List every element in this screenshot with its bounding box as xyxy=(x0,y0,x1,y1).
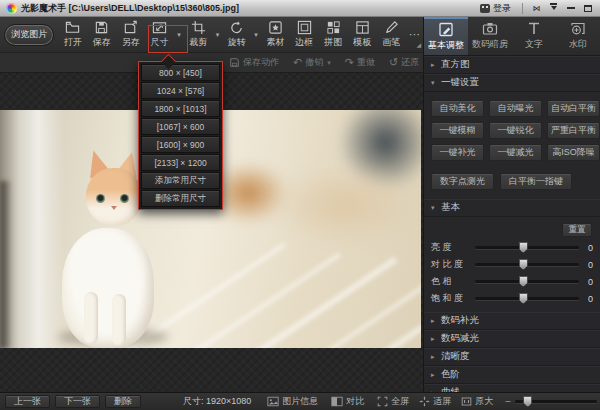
redo-button[interactable]: ↷ 重做 xyxy=(338,56,382,69)
section-digital-fill-light[interactable]: ▸ 数码补光 xyxy=(424,312,600,330)
saturation-value: 0 xyxy=(579,294,593,304)
section-digital-reduce-light[interactable]: ▸ 数码减光 xyxy=(424,330,600,348)
section-curves[interactable]: ▸ 曲线 xyxy=(424,384,600,392)
hue-value: 0 xyxy=(579,277,593,287)
maximize-button[interactable] xyxy=(579,2,596,14)
save-as-button[interactable]: 另存 xyxy=(116,18,145,52)
high-iso-denoise-button[interactable]: 高ISO降噪 xyxy=(547,144,600,161)
delete-common-size-option[interactable]: 删除常用尺寸 xyxy=(141,190,220,207)
auto-exposure-button[interactable]: 自动曝光 xyxy=(489,100,542,117)
compare-button[interactable]: 对比 xyxy=(331,395,364,408)
section-onekey-settings[interactable]: ▾ 一键设置 xyxy=(424,74,600,92)
onekey-wide-row: 数字点测光 白平衡一指键 xyxy=(424,165,600,199)
restore-button[interactable]: ↺ 还原 xyxy=(382,56,426,69)
tab-digital-darkroom[interactable]: 数码暗房 xyxy=(468,17,512,55)
collapsed-arrow-icon: ▸ xyxy=(431,371,441,379)
brightness-slider[interactable] xyxy=(475,246,579,249)
crop-button[interactable]: 裁剪 xyxy=(184,18,213,52)
reset-button[interactable]: 重置 xyxy=(562,223,592,237)
size-option[interactable]: [1067] × 600 xyxy=(141,118,220,135)
fit-screen-icon xyxy=(419,396,430,407)
delete-image-button[interactable]: 删除 xyxy=(105,395,141,408)
skin-button[interactable]: ⋈ xyxy=(528,2,545,14)
resize-button[interactable]: 尺寸 xyxy=(145,18,174,52)
frame-button[interactable]: 边框 xyxy=(290,18,319,52)
template-button[interactable]: 模板 xyxy=(348,18,377,52)
tab-basic-adjust[interactable]: 基本调整 xyxy=(424,17,468,55)
white-balance-one-key-button[interactable]: 白平衡一指键 xyxy=(500,173,572,190)
auto-beautify-button[interactable]: 自动美化 xyxy=(431,100,484,117)
undo-button[interactable]: ↶ 撤销 ▾ xyxy=(286,56,338,69)
section-histogram[interactable]: ▸ 直方图 xyxy=(424,56,600,74)
main-menu-button[interactable] xyxy=(545,2,562,14)
browse-images-button[interactable]: 浏览图片 xyxy=(4,24,54,46)
zoom-slider-thumb[interactable] xyxy=(523,396,532,407)
material-button[interactable]: 素材 xyxy=(261,18,290,52)
adjustment-panel: 基本调整 数码暗房 文字 水印 ▸ 直方图 ▾ 一键设置 自动美化 自动曝光 自… xyxy=(423,17,600,392)
previous-image-button[interactable]: 上一张 xyxy=(5,395,50,408)
text-icon xyxy=(525,21,543,36)
open-button[interactable]: 打开 xyxy=(58,18,87,52)
save-action-label: 保存动作 xyxy=(243,56,279,69)
minimize-icon xyxy=(567,7,575,9)
rotate-dropdown-arrow[interactable]: ▾ xyxy=(251,18,261,52)
onekey-reduce-light-button[interactable]: 一键减光 xyxy=(489,144,542,161)
login-button[interactable]: 登录 xyxy=(474,2,517,15)
hue-slider[interactable] xyxy=(475,280,579,283)
brush-icon xyxy=(384,20,399,35)
next-image-button[interactable]: 下一张 xyxy=(55,395,100,408)
fit-screen-button[interactable]: 适屏 xyxy=(419,395,451,408)
onekey-fill-light-button[interactable]: 一键补光 xyxy=(431,144,484,161)
resize-icon xyxy=(152,20,167,35)
more-tools-button[interactable]: ⋯ ◢ xyxy=(406,18,423,52)
crop-dropdown-arrow[interactable]: ▾ xyxy=(213,18,223,52)
auto-white-balance-button[interactable]: 自动白平衡 xyxy=(547,100,600,117)
fullscreen-label: 全屏 xyxy=(391,395,409,408)
slider-thumb[interactable] xyxy=(519,242,528,253)
saturation-slider[interactable] xyxy=(475,297,579,300)
zoom-slider[interactable] xyxy=(515,400,597,403)
basic-sliders: 亮 度 0 对 比 度 0 色 相 0 饱 和 度 0 xyxy=(424,239,600,312)
original-size-icon xyxy=(461,396,472,407)
tab-text[interactable]: 文字 xyxy=(512,17,556,55)
original-size-button[interactable]: 原大 xyxy=(461,395,493,408)
fullscreen-button[interactable]: 全屏 xyxy=(377,395,409,408)
digital-spot-metering-button[interactable]: 数字点测光 xyxy=(431,173,494,190)
rotate-button[interactable]: 旋转 xyxy=(222,18,251,52)
slider-thumb[interactable] xyxy=(519,276,528,287)
size-option[interactable]: [1600] × 900 xyxy=(141,136,220,153)
brush-button[interactable]: 画笔 xyxy=(377,18,406,52)
onekey-blur-button[interactable]: 一键模糊 xyxy=(431,122,484,139)
slider-thumb[interactable] xyxy=(519,293,528,304)
undo-icon: ↶ xyxy=(293,56,302,69)
section-clarity[interactable]: ▸ 清晰度 xyxy=(424,348,600,366)
size-option[interactable]: [2133] × 1200 xyxy=(141,154,220,171)
collapsed-arrow-icon: ▸ xyxy=(431,335,441,343)
onekey-sharpen-button[interactable]: 一键锐化 xyxy=(489,122,542,139)
add-common-size-option[interactable]: 添加常用尺寸 xyxy=(141,172,220,189)
save-action-button[interactable]: 保存动作 xyxy=(222,56,286,69)
size-option[interactable]: 800 × [450] xyxy=(141,64,220,81)
section-reduce-light-label: 数码减光 xyxy=(441,332,479,345)
fullscreen-icon xyxy=(377,396,388,407)
browse-images-label: 浏览图片 xyxy=(11,28,47,41)
contrast-slider[interactable] xyxy=(475,263,579,266)
severe-white-balance-button[interactable]: 严重白平衡 xyxy=(547,122,600,139)
fit-screen-label: 适屏 xyxy=(433,395,451,408)
tab-digital-darkroom-label: 数码暗房 xyxy=(472,38,508,51)
section-levels[interactable]: ▸ 色阶 xyxy=(424,366,600,384)
tab-watermark[interactable]: 水印 xyxy=(556,17,600,55)
slider-thumb[interactable] xyxy=(519,259,528,270)
save-button[interactable]: 保存 xyxy=(87,18,116,52)
login-label: 登录 xyxy=(493,2,511,15)
image-info-button[interactable]: 图片信息 xyxy=(267,395,318,408)
zoom-out-button[interactable]: − xyxy=(501,396,515,407)
section-basic[interactable]: ▾ 基本 xyxy=(424,199,600,217)
minimize-button[interactable] xyxy=(562,2,579,14)
size-option[interactable]: 1024 × [576] xyxy=(141,82,220,99)
collage-button[interactable]: 拼图 xyxy=(319,18,348,52)
size-option[interactable]: 1800 × [1013] xyxy=(141,100,220,117)
open-label: 打开 xyxy=(64,36,82,49)
contrast-value: 0 xyxy=(579,260,593,270)
resize-dropdown-arrow[interactable]: ▾ xyxy=(174,18,184,52)
